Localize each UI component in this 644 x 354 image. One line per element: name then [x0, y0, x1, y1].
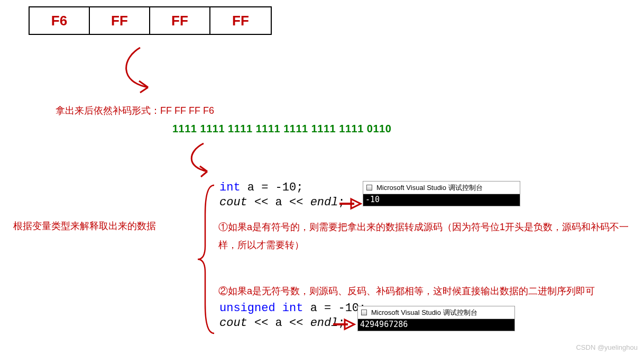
binary-sequence: 1111 1111 1111 1111 1111 1111 1111 0110 [172, 123, 391, 135]
arrow-to-console-1 [338, 197, 362, 210]
code-unsigned-decl: unsigned int a = -10; [219, 302, 366, 315]
interpret-by-type-label: 根据变量类型来解释取出来的数据 [13, 220, 156, 232]
code-cout-2: cout << a << endl; [219, 316, 345, 330]
code-int-decl: int a = -10; [219, 181, 303, 194]
code-cout-1: cout << a << endl; [219, 196, 345, 209]
byte-boxes: F6 FF FF FF [29, 6, 272, 35]
console-titlebar-2: Microsoft Visual Studio 调试控制台 [358, 306, 514, 319]
byte-1: FF [90, 7, 150, 34]
console-title-text: Microsoft Visual Studio 调试控制台 [371, 308, 477, 317]
byte-2: FF [150, 7, 210, 34]
byte-3: FF [210, 7, 271, 34]
console-window-2: Microsoft Visual Studio 调试控制台 4294967286 [357, 306, 515, 331]
console-titlebar-1: Microsoft Visual Studio 调试控制台 [363, 181, 520, 194]
console-title-text: Microsoft Visual Studio 调试控制台 [376, 183, 483, 193]
console-icon [361, 310, 367, 315]
brace-icon [196, 183, 218, 336]
unsigned-explanation: ②如果a是无符号数，则源码、反码、补码都相等，这时候直接输出数据的二进制序列即可 [218, 285, 595, 297]
complement-caption: 拿出来后依然补码形式：FF FF FF F6 [56, 104, 214, 117]
console-window-1: Microsoft Visual Studio 调试控制台 -10 [363, 181, 520, 206]
console-icon [366, 185, 372, 190]
byte-0: F6 [30, 7, 90, 34]
arrow-to-console-2 [332, 318, 356, 331]
console-output-1: -10 [363, 194, 520, 206]
curved-arrow-down-1 [108, 45, 172, 103]
watermark: CSDN @yuelinghou [576, 343, 638, 351]
signed-explanation: ①如果a是有符号的，则需要把拿出来的数据转成源码（因为符号位1开头是负数，源码和… [218, 218, 641, 254]
console-output-2: 4294967286 [358, 319, 514, 331]
curved-arrow-down-2 [174, 141, 227, 183]
